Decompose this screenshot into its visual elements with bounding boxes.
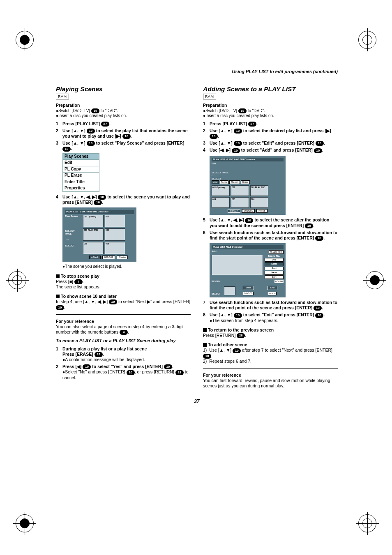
- section-title: Adding Scenes to a PLAY LIST: [203, 85, 338, 93]
- divider: [203, 368, 338, 368]
- step: 3Use [▲, ▼] 10 to select "Play Scenes" a…: [56, 140, 191, 151]
- osd-edit: PLAY LIST 0 10/7 0:00 003 Dinosaur Edit …: [210, 156, 286, 215]
- content-area: Using PLAY LIST to edit programmes (cont…: [56, 29, 338, 404]
- body-text: Press [■] 7.: [56, 279, 191, 284]
- reg-mark: [358, 31, 376, 49]
- prep-item: ●Switch [DVD, TV] 19 to "DVD".: [203, 108, 338, 114]
- step: 4Use [◀, ▶] 10 to select "Add" and press…: [203, 147, 338, 153]
- reference-heading: For your reference: [203, 373, 338, 378]
- body-text: Press [RETURN] 28.: [203, 333, 338, 338]
- sub-heading: To show scene 10 and later: [56, 294, 191, 299]
- popup-menu: Play Scenes Edit PL Copy PL Erase Enter …: [62, 153, 99, 192]
- osd-play-scene: PLAY LIST 0 10/7 0:00 003 Dinosaur Play …: [62, 207, 136, 262]
- page-number: 37: [56, 398, 338, 404]
- steps-list: 7Use search functions such as fast-forwa…: [203, 300, 338, 323]
- steps-list: 5Use [▲, ▼, ◀, ▶] 10 to select the scene…: [203, 217, 338, 241]
- reg-mark: [16, 514, 34, 532]
- right-column: Adding Scenes to a PLAY LIST RAM Prepara…: [203, 85, 338, 389]
- menu-item: Play Scenes: [62, 153, 99, 160]
- steps-list: 1Press [PLAY LIST] 27. 2Use [▲, ▼] 10 to…: [203, 121, 338, 153]
- body-text: The scene list appears.: [56, 284, 191, 290]
- reg-mark: [358, 514, 376, 532]
- step: 3Use [▲, ▼] 10 to select "Edit" and pres…: [203, 140, 338, 146]
- section-title: Playing Scenes: [56, 85, 191, 93]
- ram-badge: RAM: [203, 94, 216, 99]
- steps-list: 1Press [PLAY LIST] 27. 2Use [▲, ▼] 10 to…: [56, 121, 191, 152]
- menu-item: Edit: [62, 160, 99, 166]
- manual-page: Using PLAY LIST to edit programmes (cont…: [0, 0, 392, 555]
- reg-mark: [16, 31, 34, 49]
- body-text: You can also select a page of scenes in …: [56, 324, 191, 335]
- step: 5Use [▲, ▼, ◀, ▶] 10 to select the scene…: [203, 217, 338, 228]
- divider: [56, 314, 191, 315]
- preparation-label: Preparation: [203, 103, 338, 108]
- step: 2Press [◀] 10 to select "Yes" and press …: [56, 364, 191, 380]
- prep-item: ●Switch [DVD, TV] 19 to "DVD".: [56, 108, 191, 114]
- step: 2Use [▲, ▼] 10 to select the desired pla…: [203, 128, 338, 139]
- body-text: You can fast-forward, rewind, pause and …: [203, 378, 338, 389]
- menu-item: PL Copy: [62, 166, 99, 173]
- left-column: Playing Scenes RAM Preparation ●Switch […: [56, 85, 191, 389]
- menu-item: Enter Title: [62, 179, 99, 186]
- menu-item: PL Erase: [62, 173, 99, 179]
- reg-mark: [8, 271, 26, 289]
- sub-heading: To stop scene play: [56, 274, 191, 279]
- note: ●The scene you select is played.: [62, 264, 191, 269]
- badge-19: 19: [91, 108, 99, 113]
- prep-item: ●Insert a disc you created play lists on…: [56, 113, 191, 119]
- ram-badge: RAM: [56, 94, 69, 99]
- step: 1Press [PLAY LIST] 27.: [203, 121, 338, 127]
- step: 4Use [▲, ▼, ◀, ▶] 10 to select the scene…: [56, 194, 191, 205]
- steps-list: 4Use [▲, ▼, ◀, ▶] 10 to select the scene…: [56, 194, 191, 205]
- reference-heading: For your reference: [56, 319, 191, 324]
- menu-item: Properties: [62, 185, 99, 192]
- step: 7Use search functions such as fast-forwa…: [203, 300, 338, 311]
- step: 1Press [PLAY LIST] 27.: [56, 121, 191, 127]
- body-text: In step 4, use [▲, ▼, ◀, ▶] 10 to select…: [56, 299, 191, 310]
- step: 8Use [▲, ▼] 10 to select "Exit" and pres…: [203, 312, 338, 323]
- step: 1During play a play list or a play list …: [56, 346, 191, 362]
- sub-heading: To return to the previous screen: [203, 327, 338, 333]
- step: 6Use search functions such as fast-forwa…: [203, 230, 338, 241]
- body-text: 2) Repeat steps 6 and 7.: [203, 359, 338, 364]
- erase-heading: To erase a PLAY LIST or a PLAY LIST Scen…: [56, 338, 191, 344]
- running-head: Using PLAY LIST to edit programmes (cont…: [56, 69, 338, 75]
- osd-add: PLAY LIST No.3 Dinosaur Add 0 10/7 FRI S…: [210, 243, 286, 297]
- preparation-label: Preparation: [56, 103, 191, 108]
- steps-list: 1During play a play list or a play list …: [56, 346, 191, 380]
- prep-item: ●Insert a disc you created play lists on…: [203, 113, 338, 119]
- step: 2Use [▲, ▼] 10 to select the play list t…: [56, 128, 191, 139]
- reg-mark: [366, 271, 384, 289]
- body-text: 1) Use [▲, ▼] 10 after step 7 to select …: [203, 348, 338, 358]
- sub-heading: To add other scene: [203, 342, 338, 348]
